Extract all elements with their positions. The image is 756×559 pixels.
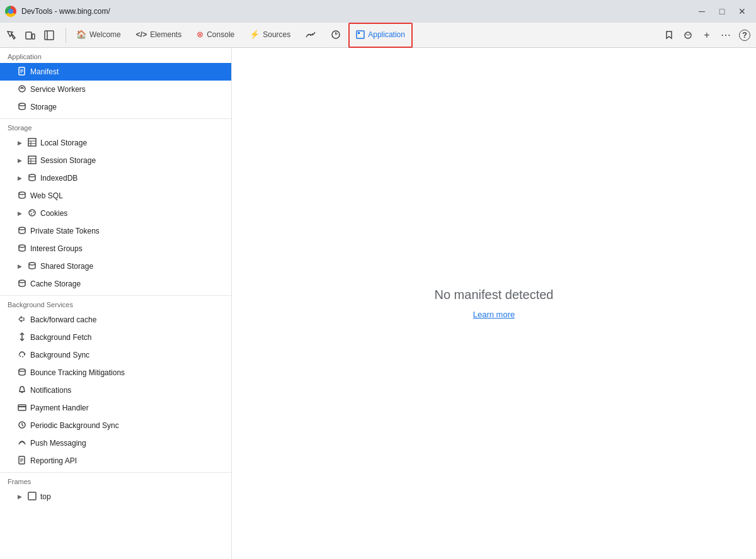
bg-sync-icon: [18, 350, 26, 361]
frames-top-label: top: [40, 492, 51, 501]
expand-shared-storage: ▶: [18, 263, 24, 269]
back-forward-label: Back/forward cache: [30, 315, 96, 324]
storage-label: Storage: [30, 103, 57, 111]
maximize-button[interactable]: □: [713, 3, 731, 20]
expand-indexeddb: ▶: [18, 175, 24, 181]
bg-fetch-icon: [18, 332, 26, 343]
sidebar-item-web-sql[interactable]: Web SQL: [0, 187, 231, 205]
session-storage-label: Session Storage: [40, 156, 96, 165]
inspect-icon: [6, 30, 16, 40]
push-label: Push Messaging: [30, 439, 86, 448]
svg-point-29: [30, 211, 32, 212]
private-state-label: Private State Tokens: [30, 227, 100, 235]
sidebar-item-local-storage[interactable]: ▶ Local Storage: [0, 134, 231, 152]
svg-point-5: [310, 35, 311, 36]
cookies-icon: [28, 208, 37, 219]
tab-application[interactable]: Application: [348, 23, 413, 48]
device-toggle-button[interactable]: [21, 26, 39, 44]
section-frames-header: Frames: [0, 472, 231, 488]
content-area: No manifest detected Learn more: [232, 48, 756, 559]
application-icon: [356, 30, 365, 39]
svg-rect-0: [26, 32, 32, 39]
device-icon: [25, 30, 35, 40]
help-button[interactable]: ?: [736, 26, 753, 44]
tab-sources[interactable]: ⚡ Sources: [242, 23, 298, 48]
inspect-button[interactable]: [3, 26, 20, 44]
help-icon: ?: [739, 30, 750, 41]
more-icon: ⋯: [721, 29, 731, 41]
payment-icon: [18, 403, 26, 414]
tab-network[interactable]: [298, 23, 323, 48]
bg-sync-label: Background Sync: [30, 351, 89, 359]
add-tab-button[interactable]: +: [698, 26, 716, 44]
sidebar-item-notifications[interactable]: Notifications: [0, 381, 231, 399]
bounce-label: Bounce Tracking Mitigations: [30, 368, 125, 377]
back-forward-icon: [18, 315, 26, 325]
service-workers-label: Service Workers: [30, 85, 86, 94]
sidebar-item-interest-groups[interactable]: Interest Groups: [0, 240, 231, 257]
frame-icon: [28, 492, 37, 502]
sidebar-item-payment[interactable]: Payment Handler: [0, 399, 231, 417]
sidebar-item-private-state[interactable]: Private State Tokens: [0, 222, 231, 240]
cache-storage-icon: [18, 279, 26, 290]
reporting-icon: [18, 456, 26, 466]
tab-welcome[interactable]: 🏠 Welcome: [69, 23, 129, 48]
cookies-label: Cookies: [40, 209, 67, 218]
sidebar-item-indexeddb[interactable]: ▶ IndexedDB: [0, 169, 231, 187]
sidebar-item-manifest[interactable]: Manifest: [0, 63, 231, 81]
shared-storage-label: Shared Storage: [40, 262, 93, 271]
local-storage-label: Local Storage: [40, 138, 87, 147]
expand-local-storage: ▶: [18, 140, 24, 146]
learn-more-link[interactable]: Learn more: [473, 310, 515, 319]
minimize-button[interactable]: ─: [693, 3, 711, 20]
panel-icon: [44, 30, 54, 40]
service-workers-icon: [18, 84, 26, 95]
svg-point-31: [31, 213, 32, 215]
section-application-header: Application: [0, 48, 231, 63]
svg-point-37: [19, 369, 25, 371]
svg-rect-38: [18, 405, 26, 410]
sidebar-item-bg-fetch[interactable]: Background Fetch: [0, 329, 231, 346]
svg-line-42: [22, 425, 23, 426]
sidebar-item-service-workers[interactable]: Service Workers: [0, 81, 231, 98]
sidebar-item-cache-storage[interactable]: Cache Storage: [0, 275, 231, 293]
close-button[interactable]: ✕: [733, 3, 751, 20]
sidebar: Application Manifest Service Workers Sto…: [0, 48, 232, 559]
sidebar-item-shared-storage[interactable]: ▶ Shared Storage: [0, 257, 231, 275]
tab-performance[interactable]: [323, 23, 348, 48]
sidebar-item-cookies[interactable]: ▶ Cookies: [0, 205, 231, 222]
sidebar-item-bg-sync[interactable]: Background Sync: [0, 346, 231, 364]
tab-elements[interactable]: </> Elements: [129, 23, 189, 48]
no-manifest-text: No manifest detected: [435, 288, 554, 302]
bookmark-icon: [664, 30, 674, 40]
sidebar-item-storage[interactable]: Storage: [0, 98, 231, 116]
web-sql-label: Web SQL: [30, 191, 63, 200]
tab-console[interactable]: ⊗ Console: [189, 23, 242, 48]
web-sql-icon: [18, 191, 26, 201]
sidebar-item-reporting[interactable]: Reporting API: [0, 452, 231, 470]
sidebar-item-push[interactable]: Push Messaging: [0, 434, 231, 452]
bookmark-button[interactable]: [660, 26, 678, 44]
local-storage-icon: [28, 138, 37, 149]
payment-label: Payment Handler: [30, 404, 89, 412]
sidebar-item-bounce[interactable]: Bounce Tracking Mitigations: [0, 364, 231, 381]
add-icon: +: [704, 30, 709, 40]
cache-storage-label: Cache Storage: [30, 280, 81, 288]
sidebar-item-back-forward[interactable]: Back/forward cache: [0, 311, 231, 329]
notifications-icon: [18, 385, 26, 396]
sidebar-item-frames-top[interactable]: ▶ top: [0, 488, 231, 505]
title-bar: DevTools - www.bing.com/ ─ □ ✕: [0, 0, 756, 23]
shared-storage-icon: [28, 261, 37, 272]
tab-welcome-label: Welcome: [89, 30, 121, 39]
sidebar-item-periodic-sync[interactable]: Periodic Background Sync: [0, 417, 231, 434]
panel-button[interactable]: [40, 26, 58, 44]
session-storage-icon: [28, 155, 37, 166]
network-icon: [306, 30, 316, 40]
interest-groups-label: Interest Groups: [30, 244, 83, 253]
more-options-button[interactable]: ⋯: [717, 26, 735, 44]
svg-rect-1: [32, 34, 35, 39]
plugin-button[interactable]: [679, 26, 697, 44]
sidebar-item-session-storage[interactable]: ▶ Session Storage: [0, 152, 231, 169]
svg-point-32: [19, 227, 25, 230]
welcome-icon: 🏠: [76, 30, 86, 39]
